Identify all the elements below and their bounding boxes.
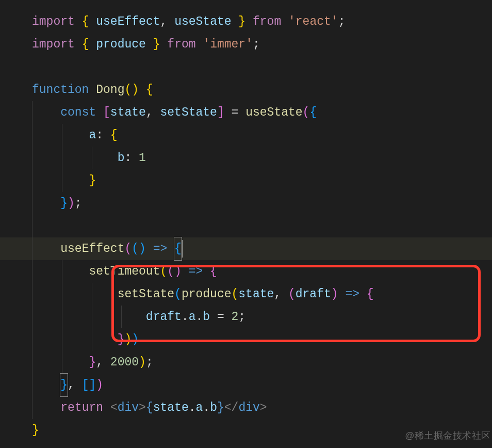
- code-line: function Dong() {: [0, 78, 492, 101]
- code-line: return <div>{state.a.b}</div>: [0, 396, 492, 419]
- property: a: [189, 310, 196, 324]
- comma: ,: [146, 106, 153, 119]
- paren: (: [160, 265, 167, 278]
- keyword-return: return: [60, 401, 103, 414]
- arrow: =>: [189, 265, 203, 278]
- paren: (: [232, 287, 239, 301]
- brace: }: [89, 356, 96, 369]
- brace: }: [60, 197, 68, 210]
- paren: ): [132, 333, 139, 346]
- semicolon: ;: [75, 197, 82, 210]
- code-line: import { useEffect, useState } from 'rea…: [0, 10, 492, 33]
- code-line: draft.a.b = 2;: [0, 306, 492, 328]
- property-key: b: [118, 151, 125, 165]
- arrow: =>: [345, 287, 359, 301]
- parens: (): [124, 83, 139, 97]
- code-line: }, 2000);: [0, 351, 492, 374]
- brace: {: [110, 129, 118, 142]
- code-line: setState(produce(state, (draft) => {: [0, 283, 492, 306]
- string: 'react': [288, 15, 338, 28]
- string: 'immer': [203, 38, 253, 51]
- function-call: useEffect: [60, 242, 124, 255]
- semicolon: ;: [146, 356, 153, 369]
- property-key: a: [89, 129, 96, 142]
- paren: ): [331, 287, 338, 301]
- brace: {: [82, 38, 89, 51]
- paren: (: [288, 287, 296, 301]
- brace: }: [32, 424, 39, 437]
- parens: (): [167, 265, 182, 278]
- paren: ): [139, 356, 146, 369]
- jsx-tag: div: [118, 401, 139, 414]
- dot: .: [189, 401, 196, 414]
- paren: (: [124, 242, 132, 255]
- bracket: [: [103, 106, 110, 119]
- paren: ): [96, 378, 103, 392]
- number: 2: [232, 310, 239, 324]
- identifier: useEffect: [96, 15, 160, 28]
- function-name: Dong: [96, 83, 124, 97]
- code-line: [0, 215, 492, 237]
- comma: ,: [274, 287, 281, 301]
- identifier: produce: [96, 38, 146, 51]
- equals: =: [217, 310, 224, 324]
- keyword-const: const: [60, 106, 96, 119]
- keyword-from: from: [253, 15, 281, 28]
- code-line: })): [0, 328, 492, 351]
- code-line: }: [0, 169, 492, 192]
- code-line: setTimeout(() => {: [0, 260, 492, 283]
- code-line: a: {: [0, 124, 492, 147]
- brace: {: [174, 242, 182, 255]
- number: 2000: [110, 356, 139, 369]
- keyword-function: function: [32, 83, 89, 97]
- variable: setState: [160, 106, 217, 119]
- jsx-brace: }: [217, 401, 224, 414]
- paren: ): [124, 333, 132, 346]
- variable: state: [110, 106, 146, 119]
- comma: ,: [68, 378, 75, 392]
- code-editor: import { useEffect, useState } from 'rea…: [0, 0, 492, 448]
- bracket: [: [82, 378, 89, 392]
- brace: {: [210, 265, 217, 278]
- function-call: useState: [245, 106, 302, 119]
- dot: .: [195, 310, 203, 324]
- property: b: [203, 310, 210, 324]
- keyword-import: import: [32, 38, 75, 51]
- number: 1: [139, 151, 146, 165]
- function-call: produce: [182, 287, 232, 301]
- paren: (: [174, 287, 182, 301]
- function-call: setState: [118, 287, 174, 301]
- code-line: const [state, setState] = useState({: [0, 101, 492, 124]
- property: b: [210, 401, 217, 414]
- jsx-angle: <: [110, 401, 118, 414]
- brace: }: [238, 15, 245, 28]
- brace: {: [146, 83, 153, 97]
- colon: :: [124, 151, 132, 165]
- paren: ): [68, 197, 75, 210]
- dot: .: [203, 401, 210, 414]
- brace: {: [82, 15, 89, 28]
- code-line: import { produce } from 'immer';: [0, 33, 492, 56]
- jsx-angle: >: [260, 401, 267, 414]
- paren: (: [303, 106, 310, 119]
- function-call: setTimeout: [89, 265, 160, 278]
- comma: ,: [96, 356, 103, 369]
- code-line: });: [0, 192, 492, 215]
- jsx-angle: >: [139, 401, 146, 414]
- arrow: =>: [153, 242, 168, 255]
- semicolon: ;: [253, 38, 260, 51]
- code-line-active: useEffect(() => {: [0, 237, 492, 260]
- bracket: ]: [217, 106, 224, 119]
- semicolon: ;: [338, 15, 346, 28]
- brace: }: [118, 333, 125, 346]
- cursor: [182, 240, 183, 258]
- brace: {: [367, 287, 374, 301]
- keyword-from: from: [167, 38, 195, 51]
- brace: }: [60, 378, 68, 392]
- variable: state: [238, 287, 274, 301]
- property: a: [196, 401, 203, 414]
- brace: }: [89, 174, 96, 187]
- code-line: [0, 56, 492, 78]
- identifier: useState: [174, 15, 231, 28]
- colon: :: [96, 129, 103, 142]
